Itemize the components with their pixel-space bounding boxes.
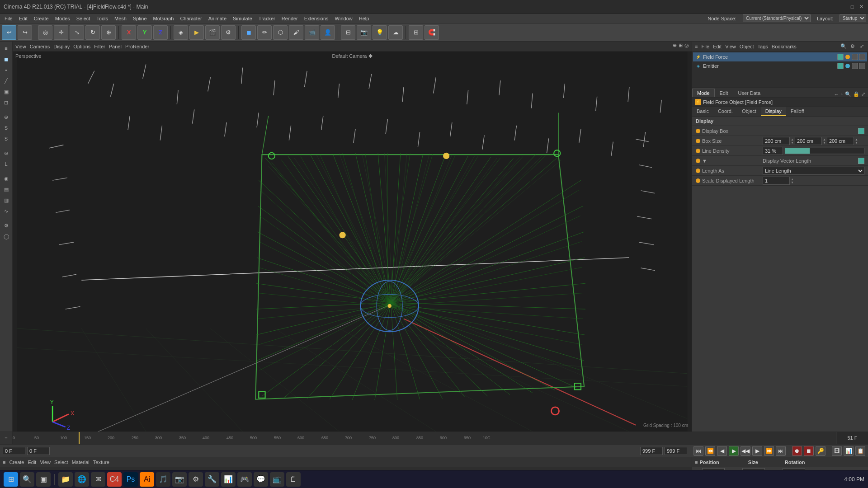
paint-btn[interactable]: 🖌 bbox=[289, 25, 303, 40]
fieldforce-check1[interactable] bbox=[852, 54, 858, 60]
menu-window[interactable]: Window bbox=[332, 15, 355, 22]
viewport-menu-panel[interactable]: Panel bbox=[109, 44, 122, 49]
menu-file[interactable]: File bbox=[2, 15, 15, 22]
light-btn[interactable]: 💡 bbox=[373, 25, 387, 40]
display-box-dot[interactable] bbox=[696, 129, 700, 133]
taskbar-app7[interactable]: 🔧 bbox=[205, 472, 219, 487]
menu-character[interactable]: Character bbox=[177, 15, 204, 22]
line-density-input[interactable] bbox=[763, 147, 783, 155]
display-vector-dot[interactable] bbox=[696, 159, 700, 163]
scale-length-arrows[interactable]: ▲▼ bbox=[791, 178, 794, 184]
autokey-btn[interactable]: 🔑 bbox=[816, 446, 826, 456]
prop-tab-mode[interactable]: Mode bbox=[692, 89, 715, 97]
object-mode-btn[interactable]: ◈ bbox=[174, 25, 188, 40]
grid-btn[interactable]: ⊞ bbox=[409, 25, 423, 40]
prop-search-btn[interactable]: 🔍 bbox=[845, 91, 851, 97]
timeline-btn[interactable]: 📊 bbox=[844, 446, 854, 456]
line-density-dot[interactable] bbox=[696, 149, 700, 153]
menu-help[interactable]: Help bbox=[356, 15, 372, 22]
objmgr-file[interactable]: File bbox=[701, 44, 709, 49]
transform-tool[interactable]: ⊕ bbox=[101, 25, 116, 40]
length-as-dot[interactable] bbox=[696, 169, 700, 173]
scale-tool[interactable]: ⤡ bbox=[70, 25, 84, 40]
dope-sheet-btn[interactable]: 📋 bbox=[855, 446, 865, 456]
node-space-select[interactable]: Current (Standard/Physical) bbox=[743, 14, 811, 22]
live-selection-tool[interactable]: ◎ bbox=[38, 25, 52, 40]
viewport-menu-cameras[interactable]: Cameras bbox=[30, 44, 50, 49]
current-time-input[interactable] bbox=[27, 447, 50, 455]
taskbar-illustrator[interactable]: Ai bbox=[140, 472, 154, 487]
next-key-btn[interactable]: ⏩ bbox=[764, 446, 774, 456]
display-section-header[interactable]: Display bbox=[692, 117, 868, 126]
menu-animate[interactable]: Animate bbox=[206, 15, 229, 22]
menu-spline[interactable]: Spline bbox=[130, 15, 150, 22]
menu-mesh[interactable]: Mesh bbox=[112, 15, 129, 22]
prop-lock-btn[interactable]: 🔒 bbox=[853, 91, 859, 97]
scale-length-dot[interactable] bbox=[696, 178, 700, 183]
menu-edit[interactable]: Edit bbox=[16, 15, 30, 22]
timeline-ruler[interactable]: 0 50 100 150 200 250 300 350 400 450 500… bbox=[13, 432, 836, 444]
viewport-icon-1[interactable]: ⊕ bbox=[673, 42, 677, 48]
box-size-z-arrows[interactable]: ▲▼ bbox=[855, 138, 858, 144]
taskbar-app4[interactable]: 🎵 bbox=[156, 472, 170, 487]
box-size-x-arrows[interactable]: ▲▼ bbox=[791, 138, 794, 144]
obj-item-emitter[interactable]: ◈ Emitter bbox=[693, 61, 867, 70]
menu-create[interactable]: Create bbox=[31, 15, 52, 22]
taskbar-mail[interactable]: ✉ bbox=[91, 472, 105, 487]
render-settings-btn[interactable]: ⚙ bbox=[221, 25, 236, 40]
obj-item-fieldforce[interactable]: ⚡ Field Force bbox=[693, 52, 867, 61]
sidebar-snap-btn[interactable]: ⊕ bbox=[1, 112, 11, 122]
fieldforce-check2[interactable] bbox=[859, 54, 865, 60]
taskbar-app8[interactable]: 📊 bbox=[221, 472, 236, 487]
prev-frame-btn[interactable]: ◀ bbox=[717, 446, 727, 456]
taskbar-photoshop[interactable]: Ps bbox=[123, 472, 138, 487]
taskbar-app10[interactable]: 💬 bbox=[254, 472, 268, 487]
taskbar-explorer[interactable]: 📁 bbox=[58, 472, 73, 487]
prop-back-btn[interactable]: ← bbox=[834, 92, 839, 97]
layout-select[interactable]: Startup bbox=[840, 14, 866, 22]
record-btn[interactable]: ⏺ bbox=[792, 446, 802, 456]
cube-btn[interactable]: ◼ bbox=[241, 25, 256, 40]
emitter-visibility[interactable] bbox=[837, 63, 844, 69]
sidebar-object-btn[interactable]: ◼ bbox=[1, 54, 11, 64]
sky-btn[interactable]: ☁ bbox=[388, 25, 403, 40]
viewport-menu-prorender[interactable]: ProRender bbox=[125, 44, 149, 49]
floor-btn[interactable]: ⊟ bbox=[341, 25, 355, 40]
sidebar-points-btn[interactable]: • bbox=[1, 65, 11, 75]
sidebar-axis-btn[interactable]: ⊛ bbox=[1, 148, 11, 158]
objmgr-object[interactable]: Object bbox=[740, 44, 754, 49]
mat-create[interactable]: Create bbox=[9, 460, 24, 465]
sidebar-s2-btn[interactable]: S bbox=[1, 134, 11, 144]
taskbar-windows-btn[interactable]: ⊞ bbox=[4, 472, 18, 487]
move-tool[interactable]: ✛ bbox=[54, 25, 68, 40]
box-size-x[interactable] bbox=[763, 137, 790, 145]
sidebar-mode-btn[interactable]: ≡ bbox=[1, 43, 11, 53]
menu-tools[interactable]: Tools bbox=[94, 15, 111, 22]
attr-tab-display[interactable]: Display bbox=[761, 107, 786, 116]
render-btn[interactable]: ▶ bbox=[189, 25, 204, 40]
next-frame-btn[interactable]: ▶ bbox=[752, 446, 762, 456]
taskbar-app11[interactable]: 📺 bbox=[270, 472, 284, 487]
mat-edit[interactable]: Edit bbox=[28, 460, 36, 465]
mat-view[interactable]: View bbox=[40, 460, 51, 465]
sidebar-edges-btn[interactable]: ╱ bbox=[1, 76, 11, 86]
menu-render[interactable]: Render bbox=[279, 15, 301, 22]
rotate-tool[interactable]: ↻ bbox=[85, 25, 100, 40]
snapping-btn[interactable]: 🧲 bbox=[425, 25, 439, 40]
sculpt-btn[interactable]: ⬡ bbox=[273, 25, 288, 40]
taskbar-cinema4d[interactable]: C4 bbox=[107, 472, 122, 487]
record-stop-btn[interactable]: ⏹ bbox=[804, 446, 814, 456]
prop-up-btn[interactable]: ↑ bbox=[841, 92, 844, 97]
sidebar-coord-btn[interactable]: L bbox=[1, 159, 11, 169]
close-button[interactable]: ✕ bbox=[858, 4, 864, 10]
mat-material[interactable]: Material bbox=[72, 460, 90, 465]
bezier-btn[interactable]: ✏ bbox=[257, 25, 272, 40]
viewport-menu-filter[interactable]: Filter bbox=[94, 44, 105, 49]
play-reverse-btn[interactable]: ◀◀ bbox=[741, 446, 750, 456]
z-axis-btn[interactable]: Z bbox=[153, 25, 168, 40]
attr-tab-coord[interactable]: Coord. bbox=[713, 107, 737, 116]
attr-tab-object[interactable]: Object bbox=[737, 107, 761, 116]
minimize-button[interactable]: ─ bbox=[840, 4, 846, 10]
objmgr-bookmarks[interactable]: Bookmarks bbox=[772, 44, 797, 49]
viewport-canvas[interactable]: X Y Z Grid Spacing : 100 cm bbox=[13, 52, 692, 432]
